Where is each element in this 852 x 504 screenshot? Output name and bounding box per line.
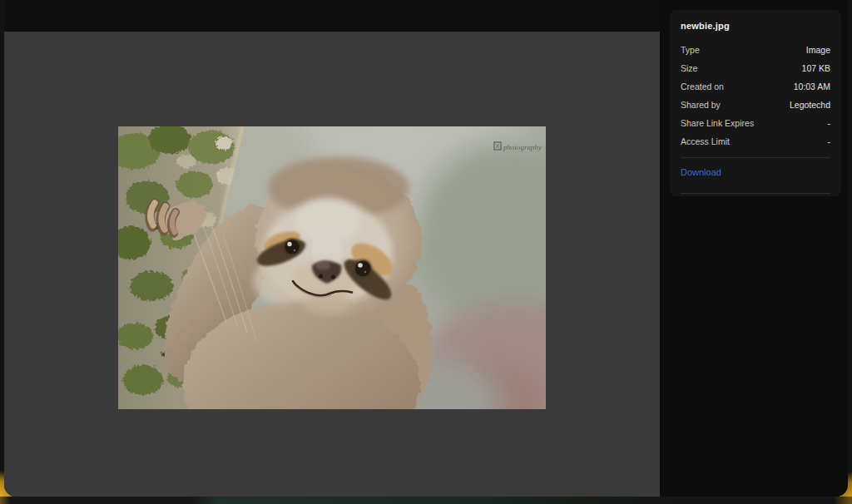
detail-row-size: Size 107 KB [681,59,830,77]
desktop-taskbar-sliver [0,497,852,504]
sloth-face [253,156,409,315]
detail-label: Size [681,63,697,73]
detail-label: Shared by [681,100,721,110]
preview-content: photography [4,32,660,497]
detail-label: Created on [681,82,724,91]
detail-row-shared-by: Shared by Legotechd [681,96,830,114]
details-panel: newbie.jpg Type Image Size 107 KB Create… [660,0,848,497]
photo-watermark: photography [494,142,542,151]
detail-value: 10:03 AM [794,82,830,91]
detail-row-access-limit: Access Limit - [681,132,830,151]
divider [681,193,830,194]
preview-image[interactable]: photography [118,126,546,409]
file-preview-window: photography newbie.jpg Type Image Size 1… [4,0,848,497]
detail-value: 107 KB [802,63,830,73]
detail-row-type: Type Image [681,41,830,59]
detail-label: Share Link Expires [681,118,754,128]
top-bar [4,0,660,32]
detail-value: - [828,136,831,146]
watermark-text: photography [503,143,542,151]
screen: photography newbie.jpg Type Image Size 1… [0,0,852,504]
detail-label: Type [681,45,700,55]
detail-value: Image [806,45,830,55]
detail-value: - [828,118,831,128]
details-card: newbie.jpg Type Image Size 107 KB Create… [670,10,841,196]
detail-row-created-on: Created on 10:03 AM [681,77,830,96]
file-name: newbie.jpg [681,21,830,31]
detail-value: Legotechd [790,100,830,110]
detail-row-share-link-expires: Share Link Expires - [681,114,830,132]
preview-area: photography [4,0,660,497]
detail-label: Access Limit [681,136,730,146]
download-link[interactable]: Download [681,158,830,186]
sloth-photo-illustration: photography [118,126,546,409]
